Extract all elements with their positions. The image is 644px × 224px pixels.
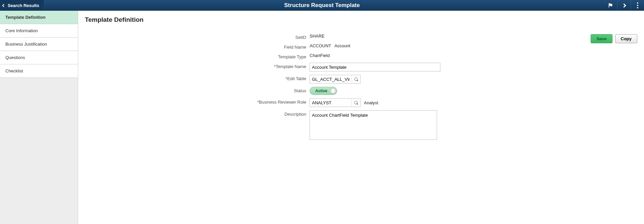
fieldname-label: Field Name xyxy=(85,43,310,50)
status-toggle[interactable]: Active xyxy=(310,87,337,95)
app-header: Search Results Structure Request Templat… xyxy=(0,0,644,11)
reviewer-label: *Business Reviewer Role xyxy=(85,98,310,105)
fieldname-description: Account xyxy=(334,43,350,48)
status-toggle-label: Active xyxy=(315,89,327,93)
sidebar-item-label: Business Justification xyxy=(5,42,47,47)
notifications-button[interactable] xyxy=(604,0,617,11)
header-actions xyxy=(604,0,644,11)
sidebar-item-label: Template Definition xyxy=(5,15,46,20)
copy-button[interactable]: Copy xyxy=(615,34,638,43)
fieldname-value: ACCOUNT xyxy=(310,43,331,48)
templatetype-label: Template Type xyxy=(85,53,310,59)
back-search-results[interactable]: Search Results xyxy=(0,0,44,11)
sidebar-item-label: Checklist xyxy=(5,68,23,73)
header-title: Structure Request Template xyxy=(284,2,360,9)
next-button[interactable] xyxy=(617,0,631,11)
edittable-lookup-button[interactable] xyxy=(352,75,360,83)
sidebar-item-questions[interactable]: Questions xyxy=(0,51,78,64)
toggle-knob-icon xyxy=(330,88,336,94)
status-label: Status xyxy=(85,87,310,93)
chevron-left-icon xyxy=(2,4,6,7)
templatename-label: *Template Name xyxy=(85,63,310,69)
description-textarea[interactable] xyxy=(310,110,437,140)
page-title: Template Definition xyxy=(85,16,637,23)
reviewer-lookup-button[interactable] xyxy=(352,99,360,107)
edittable-lookup xyxy=(310,75,361,83)
templatetype-value: ChartField xyxy=(310,53,330,58)
setid-label: SetID xyxy=(85,34,310,40)
save-button[interactable]: Save xyxy=(591,34,612,43)
chevron-right-icon xyxy=(622,3,626,8)
search-icon xyxy=(354,101,358,105)
reviewer-description: Analyst xyxy=(364,100,378,105)
search-icon xyxy=(354,77,358,81)
description-label: Description xyxy=(85,110,310,117)
edittable-input[interactable] xyxy=(310,75,352,83)
flag-icon xyxy=(607,2,613,8)
sidebar-item-label: Questions xyxy=(5,55,25,60)
sidebar-item-checklist[interactable]: Checklist xyxy=(0,64,78,78)
templatename-input[interactable] xyxy=(310,63,440,71)
back-label: Search Results xyxy=(8,3,39,8)
setid-value: SHARE xyxy=(310,34,325,39)
sidebar: Template Definition Core Information Bus… xyxy=(0,11,78,224)
reviewer-input[interactable] xyxy=(310,99,352,107)
sidebar-item-label: Core Information xyxy=(5,28,38,33)
template-definition-form: SetID SHARE Field Name ACCOUNT Account T… xyxy=(85,34,637,140)
main-content: Template Definition Save Copy SetID SHAR… xyxy=(78,11,644,224)
sidebar-item-template-definition[interactable]: Template Definition xyxy=(0,11,78,24)
action-bar: Save Copy xyxy=(591,34,637,43)
actions-menu-button[interactable] xyxy=(631,0,644,11)
sidebar-item-core-information[interactable]: Core Information xyxy=(0,24,78,38)
edittable-label: *Edit Table xyxy=(85,75,310,81)
sidebar-item-business-justification[interactable]: Business Justification xyxy=(0,38,78,51)
vertical-dots-icon xyxy=(637,2,638,8)
reviewer-lookup xyxy=(310,98,361,107)
